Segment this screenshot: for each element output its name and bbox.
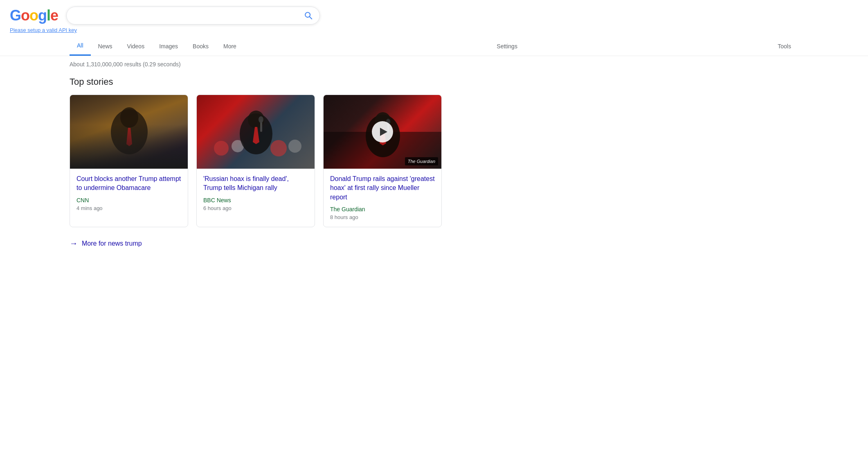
more-link-row: → More for news trump (0, 235, 868, 256)
story-content-1: Court blocks another Trump attempt to un… (70, 169, 188, 218)
api-key-message[interactable]: Please setup a valid API key (10, 27, 868, 33)
story-title-1: Court blocks another Trump attempt to un… (76, 174, 181, 193)
header: Google news trump (0, 0, 868, 25)
story-card-2[interactable]: 'Russian hoax is finally dead', Trump te… (196, 95, 315, 227)
story-content-3: Donald Trump rails against 'greatest hoa… (324, 169, 441, 227)
story-time-2: 6 hours ago (203, 205, 308, 211)
nav-tabs: All News Videos Images Books More Settin… (0, 36, 868, 56)
logo-l: l (47, 7, 50, 24)
settings-link[interactable]: Settings (489, 37, 525, 55)
search-icon (304, 11, 313, 20)
svg-rect-2 (70, 95, 188, 169)
search-bar-wrap: news trump (66, 7, 320, 25)
story-image-3: The Guardian (324, 95, 441, 169)
guardian-badge: The Guardian (405, 157, 438, 165)
story-1-illustration (70, 95, 188, 169)
logo-o2: o (29, 7, 38, 24)
story-card-3[interactable]: The Guardian Donald Trump rails against … (323, 95, 442, 227)
logo-g2: g (38, 7, 47, 24)
story-content-2: 'Russian hoax is finally dead', Trump te… (197, 169, 315, 218)
story-time-1: 4 mins ago (76, 205, 181, 211)
search-input[interactable]: news trump (73, 11, 300, 20)
story-card-1[interactable]: Court blocks another Trump attempt to un… (70, 95, 188, 227)
top-stories-section: Top stories Court blocks an (0, 72, 868, 235)
story-title-3: Donald Trump rails against 'greatest hoa… (330, 174, 435, 202)
story-title-2: 'Russian hoax is finally dead', Trump te… (203, 174, 308, 193)
svg-point-8 (270, 140, 287, 156)
tab-all[interactable]: All (70, 36, 91, 56)
svg-point-9 (288, 140, 301, 153)
story-source-3: The Guardian (330, 206, 435, 212)
svg-point-14 (259, 116, 263, 123)
google-logo: Google (10, 7, 58, 24)
svg-line-1 (309, 16, 312, 19)
search-bar: news trump (66, 7, 320, 25)
more-link[interactable]: More for news trump (82, 240, 142, 247)
tab-news[interactable]: News (91, 37, 120, 55)
tools-link[interactable]: Tools (770, 37, 798, 55)
top-stories-title: Top stories (70, 77, 798, 87)
play-button[interactable] (372, 121, 393, 142)
logo-g: G (10, 7, 21, 24)
story-source-2: BBC News (203, 197, 308, 203)
stories-grid: Court blocks another Trump attempt to un… (70, 95, 798, 227)
story-2-illustration (197, 95, 315, 169)
tab-images[interactable]: Images (152, 37, 185, 55)
story-image-2 (197, 95, 315, 169)
logo-o1: o (21, 7, 29, 24)
tab-books[interactable]: Books (185, 37, 216, 55)
story-image-1 (70, 95, 188, 169)
story-source-1: CNN (76, 197, 181, 203)
svg-point-6 (214, 141, 229, 156)
story-time-3: 8 hours ago (330, 214, 435, 220)
logo-e: e (50, 7, 58, 24)
tab-videos[interactable]: Videos (120, 37, 152, 55)
results-info: About 1,310,000,000 results (0.29 second… (0, 56, 868, 72)
play-triangle-icon (380, 128, 387, 136)
tab-more[interactable]: More (216, 37, 244, 55)
svg-marker-5 (126, 128, 132, 146)
svg-point-4 (120, 107, 138, 128)
search-button[interactable] (304, 11, 313, 20)
more-arrow-icon: → (70, 239, 78, 248)
